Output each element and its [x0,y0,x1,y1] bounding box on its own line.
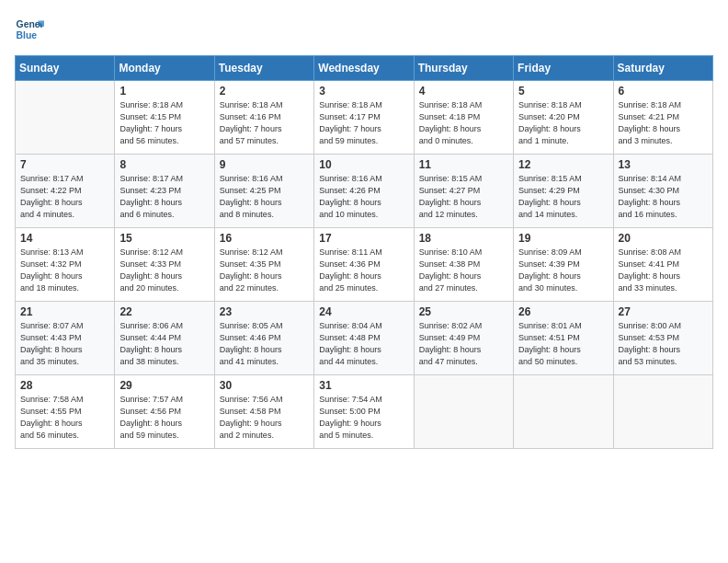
calendar-day-cell: 5Sunrise: 8:18 AM Sunset: 4:20 PM Daylig… [514,81,613,155]
logo-icon: General Blue [15,15,44,44]
day-info: Sunrise: 8:09 AM Sunset: 4:39 PM Dayligh… [518,247,608,294]
calendar-day-cell: 3Sunrise: 8:18 AM Sunset: 4:17 PM Daylig… [314,81,414,155]
day-number: 2 [220,85,309,98]
calendar-day-cell: 30Sunrise: 7:56 AM Sunset: 4:58 PM Dayli… [214,375,313,449]
calendar-day-cell: 29Sunrise: 7:57 AM Sunset: 4:56 PM Dayli… [115,375,214,449]
day-number: 15 [119,232,209,245]
day-info: Sunrise: 7:57 AM Sunset: 4:56 PM Dayligh… [119,394,209,442]
svg-text:Blue: Blue [17,30,38,40]
day-number: 23 [220,305,309,318]
day-number: 21 [20,305,109,318]
calendar-table: SundayMondayTuesdayWednesdayThursdayFrid… [15,55,713,449]
calendar-week-row: 21Sunrise: 8:07 AM Sunset: 4:43 PM Dayli… [16,302,713,375]
day-info: Sunrise: 8:18 AM Sunset: 4:15 PM Dayligh… [119,99,209,147]
day-info: Sunrise: 7:58 AM Sunset: 4:55 PM Dayligh… [20,394,109,442]
calendar-day-cell: 4Sunrise: 8:18 AM Sunset: 4:18 PM Daylig… [414,81,513,155]
calendar-day-cell: 22Sunrise: 8:06 AM Sunset: 4:44 PM Dayli… [115,302,214,375]
calendar-day-header: Friday [514,56,613,81]
day-info: Sunrise: 7:56 AM Sunset: 4:58 PM Dayligh… [220,394,309,442]
day-number: 18 [419,232,508,245]
day-number: 31 [319,379,408,392]
day-number: 9 [220,158,309,171]
calendar-day-cell [414,375,513,449]
day-info: Sunrise: 8:08 AM Sunset: 4:41 PM Dayligh… [619,247,708,294]
calendar-day-cell: 15Sunrise: 8:12 AM Sunset: 4:33 PM Dayli… [115,228,214,302]
day-info: Sunrise: 8:11 AM Sunset: 4:36 PM Dayligh… [319,247,408,294]
day-info: Sunrise: 8:15 AM Sunset: 4:27 PM Dayligh… [419,173,508,221]
day-number: 17 [319,232,408,245]
calendar-day-cell: 27Sunrise: 8:00 AM Sunset: 4:53 PM Dayli… [613,302,712,375]
calendar-day-cell: 14Sunrise: 8:13 AM Sunset: 4:32 PM Dayli… [16,228,115,302]
page-container: General Blue SundayMondayTuesdayWednesda… [0,0,728,458]
calendar-day-cell: 19Sunrise: 8:09 AM Sunset: 4:39 PM Dayli… [514,228,613,302]
calendar-day-header: Monday [115,56,214,81]
day-info: Sunrise: 8:18 AM Sunset: 4:18 PM Dayligh… [419,99,508,147]
calendar-day-cell [514,375,613,449]
calendar-day-header: Sunday [16,56,115,81]
calendar-day-cell: 25Sunrise: 8:02 AM Sunset: 4:49 PM Dayli… [414,302,513,375]
day-info: Sunrise: 8:18 AM Sunset: 4:21 PM Dayligh… [619,99,708,147]
day-info: Sunrise: 8:02 AM Sunset: 4:49 PM Dayligh… [419,320,508,368]
day-number: 8 [119,158,209,171]
day-number: 28 [20,379,109,392]
day-number: 27 [619,305,708,318]
calendar-day-cell: 1Sunrise: 8:18 AM Sunset: 4:15 PM Daylig… [115,81,214,155]
day-number: 11 [419,158,508,171]
calendar-day-cell: 21Sunrise: 8:07 AM Sunset: 4:43 PM Dayli… [16,302,115,375]
calendar-week-row: 14Sunrise: 8:13 AM Sunset: 4:32 PM Dayli… [16,228,713,302]
day-info: Sunrise: 8:18 AM Sunset: 4:16 PM Dayligh… [220,99,309,147]
day-info: Sunrise: 7:54 AM Sunset: 5:00 PM Dayligh… [319,394,408,442]
day-number: 29 [119,379,209,392]
calendar-day-cell: 26Sunrise: 8:01 AM Sunset: 4:51 PM Dayli… [514,302,613,375]
day-number: 12 [518,158,608,171]
day-info: Sunrise: 8:07 AM Sunset: 4:43 PM Dayligh… [20,320,109,368]
logo: General Blue [15,15,44,44]
calendar-day-header: Tuesday [214,56,313,81]
page-header: General Blue [15,15,713,44]
calendar-header-row: SundayMondayTuesdayWednesdayThursdayFrid… [16,56,713,81]
day-info: Sunrise: 8:17 AM Sunset: 4:22 PM Dayligh… [20,173,109,221]
calendar-day-header: Thursday [414,56,513,81]
day-info: Sunrise: 8:14 AM Sunset: 4:30 PM Dayligh… [619,173,708,221]
day-info: Sunrise: 8:00 AM Sunset: 4:53 PM Dayligh… [619,320,708,368]
calendar-day-cell: 11Sunrise: 8:15 AM Sunset: 4:27 PM Dayli… [414,155,513,228]
day-info: Sunrise: 8:04 AM Sunset: 4:48 PM Dayligh… [319,320,408,368]
day-info: Sunrise: 8:12 AM Sunset: 4:33 PM Dayligh… [119,247,209,294]
day-number: 14 [20,232,109,245]
day-number: 3 [319,85,408,98]
calendar-day-cell: 6Sunrise: 8:18 AM Sunset: 4:21 PM Daylig… [613,81,712,155]
calendar-day-cell: 24Sunrise: 8:04 AM Sunset: 4:48 PM Dayli… [314,302,414,375]
calendar-week-row: 28Sunrise: 7:58 AM Sunset: 4:55 PM Dayli… [16,375,713,449]
day-number: 22 [119,305,209,318]
calendar-day-cell: 10Sunrise: 8:16 AM Sunset: 4:26 PM Dayli… [314,155,414,228]
calendar-day-cell: 17Sunrise: 8:11 AM Sunset: 4:36 PM Dayli… [314,228,414,302]
day-info: Sunrise: 8:15 AM Sunset: 4:29 PM Dayligh… [518,173,608,221]
calendar-day-cell: 20Sunrise: 8:08 AM Sunset: 4:41 PM Dayli… [613,228,712,302]
day-number: 30 [220,379,309,392]
day-number: 4 [419,85,508,98]
day-number: 16 [220,232,309,245]
day-number: 6 [619,85,708,98]
day-info: Sunrise: 8:01 AM Sunset: 4:51 PM Dayligh… [518,320,608,368]
calendar-day-cell: 2Sunrise: 8:18 AM Sunset: 4:16 PM Daylig… [214,81,313,155]
day-number: 5 [518,85,608,98]
day-info: Sunrise: 8:06 AM Sunset: 4:44 PM Dayligh… [119,320,209,368]
calendar-day-cell: 7Sunrise: 8:17 AM Sunset: 4:22 PM Daylig… [16,155,115,228]
day-info: Sunrise: 8:05 AM Sunset: 4:46 PM Dayligh… [220,320,309,368]
day-number: 10 [319,158,408,171]
day-info: Sunrise: 8:13 AM Sunset: 4:32 PM Dayligh… [20,247,109,294]
calendar-day-cell: 9Sunrise: 8:16 AM Sunset: 4:25 PM Daylig… [214,155,313,228]
calendar-day-cell: 23Sunrise: 8:05 AM Sunset: 4:46 PM Dayli… [214,302,313,375]
calendar-day-cell: 31Sunrise: 7:54 AM Sunset: 5:00 PM Dayli… [314,375,414,449]
day-info: Sunrise: 8:18 AM Sunset: 4:17 PM Dayligh… [319,99,408,147]
day-info: Sunrise: 8:18 AM Sunset: 4:20 PM Dayligh… [518,99,608,147]
day-info: Sunrise: 8:16 AM Sunset: 4:25 PM Dayligh… [220,173,309,221]
day-info: Sunrise: 8:10 AM Sunset: 4:38 PM Dayligh… [419,247,508,294]
calendar-day-cell: 28Sunrise: 7:58 AM Sunset: 4:55 PM Dayli… [16,375,115,449]
calendar-day-cell [613,375,712,449]
calendar-day-cell: 16Sunrise: 8:12 AM Sunset: 4:35 PM Dayli… [214,228,313,302]
calendar-day-cell: 13Sunrise: 8:14 AM Sunset: 4:30 PM Dayli… [613,155,712,228]
calendar-day-cell: 8Sunrise: 8:17 AM Sunset: 4:23 PM Daylig… [115,155,214,228]
day-number: 19 [518,232,608,245]
calendar-day-header: Wednesday [314,56,414,81]
